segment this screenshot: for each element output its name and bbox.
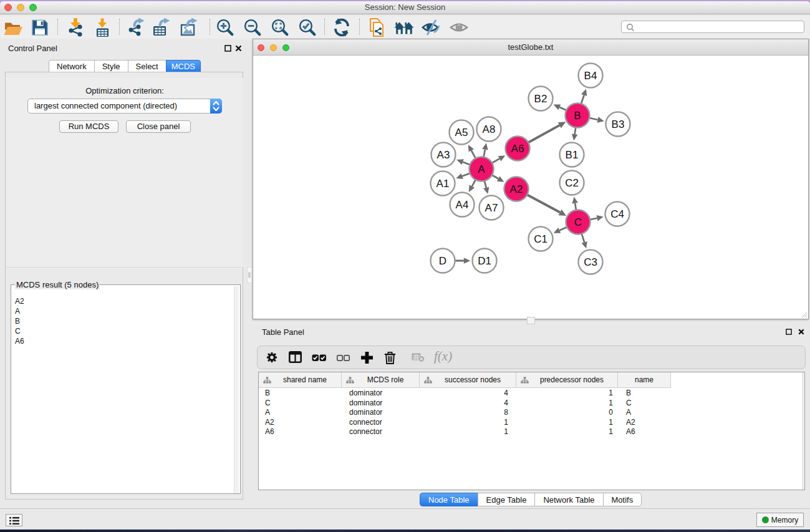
svg-text:A6: A6 xyxy=(511,143,524,155)
svg-text:A1: A1 xyxy=(436,178,450,190)
svg-text:C4: C4 xyxy=(610,208,624,220)
svg-text:C2: C2 xyxy=(565,177,579,189)
svg-text:B4: B4 xyxy=(584,70,597,82)
svg-text:A5: A5 xyxy=(455,127,468,138)
svg-text:A7: A7 xyxy=(485,202,498,214)
svg-text:A2: A2 xyxy=(510,183,523,195)
svg-text:C3: C3 xyxy=(584,256,597,268)
svg-text:D1: D1 xyxy=(478,255,491,267)
svg-text:A8: A8 xyxy=(483,123,496,135)
svg-text:A3: A3 xyxy=(437,149,450,161)
svg-text:C: C xyxy=(574,216,582,228)
svg-text:D: D xyxy=(439,255,446,267)
svg-text:C1: C1 xyxy=(534,233,547,245)
svg-text:A: A xyxy=(478,163,485,175)
svg-text:B1: B1 xyxy=(566,149,579,161)
svg-text:A4: A4 xyxy=(456,199,469,211)
svg-text:B2: B2 xyxy=(534,93,547,105)
svg-text:B: B xyxy=(574,110,581,122)
svg-text:B3: B3 xyxy=(612,118,625,130)
